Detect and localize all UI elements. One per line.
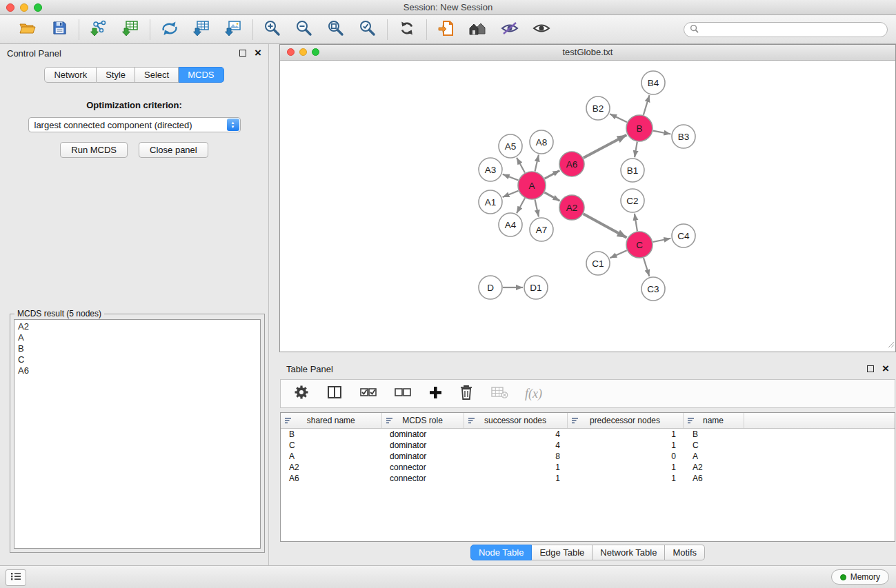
refresh-button[interactable] [397,19,417,40]
resize-handle-icon[interactable] [886,338,895,351]
table-cell[interactable]: 1 [567,440,683,451]
graph-edge-A-A5[interactable] [517,158,525,173]
graph-node-D1[interactable]: D1 [524,276,548,299]
mcds-result-list[interactable]: A2ABCA6 [14,319,261,549]
graph-edge-A-A6[interactable] [545,170,560,179]
memory-button[interactable]: Memory [831,569,889,585]
mcds-result-item[interactable]: A2 [18,321,257,332]
graph-edge-C-C2[interactable] [635,214,637,231]
tab-select[interactable]: Select [135,67,179,83]
table-cell[interactable]: B [281,429,381,440]
mcds-result-item[interactable]: C [18,354,257,365]
graph-edge-A-A3[interactable] [503,174,519,181]
graph-node-B1[interactable]: B1 [621,159,644,182]
graph-node-A2[interactable]: A2 [559,195,584,220]
dropdown-stepper[interactable]: ▲ ▼ [227,119,239,131]
column-header-predecessor-nodes[interactable]: predecessor nodes [567,413,683,429]
table-cell[interactable]: C [683,440,744,451]
table-cell[interactable]: dominator [381,429,464,440]
delete-column-button[interactable] [459,384,474,403]
graph-node-B2[interactable]: B2 [586,97,610,120]
table-cell[interactable]: 1 [464,462,567,473]
delete-table-button[interactable] [490,385,508,402]
table-row[interactable]: Adominator80A [281,451,895,462]
table-row[interactable]: A6connector11A6 [281,473,895,484]
graph-edge-A-A1[interactable] [503,191,519,197]
deselect-all-button[interactable] [394,385,412,402]
table-cell[interactable]: A [683,451,744,462]
zoom-in-button[interactable] [262,19,283,40]
table-cell[interactable]: 1 [567,429,683,440]
select-all-button[interactable] [359,385,377,402]
search-input[interactable] [702,24,882,35]
create-column-button[interactable] [428,385,442,402]
function-builder-button[interactable]: f(x) [525,387,542,401]
graph-node-A6[interactable]: A6 [559,152,584,176]
hide-details-button[interactable] [499,19,520,40]
graph-node-A3[interactable]: A3 [479,158,502,181]
table-cell[interactable]: dominator [381,440,464,451]
graph-edge-A-A4[interactable] [517,198,525,213]
mcds-result-item[interactable]: A6 [18,365,257,376]
graph-node-A4[interactable]: A4 [499,213,522,236]
graph-node-A7[interactable]: A7 [530,218,553,241]
graph-node-C1[interactable]: C1 [586,252,610,275]
run-mcds-button[interactable]: Run MCDS [60,142,128,158]
open-session-button[interactable] [17,19,38,40]
graph-edge-B-B1[interactable] [635,142,637,158]
table-row[interactable]: Bdominator41B [281,429,895,440]
graph-node-B4[interactable]: B4 [641,71,665,94]
table-cell[interactable]: A [281,451,381,462]
new-network-button[interactable] [159,19,180,40]
table-cell[interactable]: dominator [381,451,464,462]
column-header-shared-name[interactable]: shared name [281,413,381,429]
graph-node-C3[interactable]: C3 [641,277,665,301]
optimization-criterion-dropdown[interactable]: largest connected component (directed) ▲… [28,117,241,132]
float-panel-icon[interactable] [239,50,246,57]
table-cell[interactable]: 8 [464,451,567,462]
graph-edge-A6-B[interactable] [584,135,627,158]
graph-edge-A-A7[interactable] [535,200,538,217]
float-table-panel-icon[interactable] [867,365,874,372]
graph-edge-C-C1[interactable] [610,250,626,258]
import-network-button[interactable] [88,19,109,40]
zoom-selected-button[interactable] [357,19,378,40]
tab-node-table[interactable]: Node Table [470,545,532,560]
tab-edge-table[interactable]: Edge Table [532,545,593,560]
graph-node-B[interactable]: B [626,115,653,141]
table-row[interactable]: Cdominator41C [281,440,895,451]
network-window-titlebar[interactable]: testGlobe.txt [280,45,895,61]
table-cell[interactable]: connector [381,473,464,484]
mcds-result-item[interactable]: B [18,343,257,354]
tab-motifs[interactable]: Motifs [665,545,705,560]
graph-edge-B-B2[interactable] [610,114,627,122]
network-canvas[interactable]: B4B2BB3A5A8A6A3B1AA1C2A2A4A7C4CC1C3DD1 [280,60,895,352]
network-snapshot-button[interactable] [436,19,457,40]
show-columns-button[interactable] [326,384,343,403]
import-table-button[interactable] [120,19,141,40]
tab-network[interactable]: Network [44,67,97,83]
graph-node-A[interactable]: A [518,172,546,199]
tab-mcds[interactable]: MCDS [179,67,223,83]
graph-node-C[interactable]: C [626,232,653,258]
table-cell[interactable]: 0 [567,451,683,462]
graph-node-B3[interactable]: B3 [672,125,695,148]
graph-node-D[interactable]: D [479,276,502,299]
save-session-button[interactable] [49,19,70,40]
graph-edge-C-C4[interactable] [653,239,671,242]
table-cell[interactable]: A2 [683,462,744,473]
table-cell[interactable]: B [683,429,744,440]
table-cell[interactable]: 1 [567,462,683,473]
toolbar-search-field[interactable] [684,22,888,37]
table-cell[interactable]: 4 [464,440,567,451]
graph-edge-A-A8[interactable] [535,155,539,172]
table-cell[interactable]: connector [381,462,464,473]
graph-edge-A2-C[interactable] [584,214,627,238]
table-cell[interactable]: 4 [464,429,567,440]
zoom-out-button[interactable] [294,19,315,40]
tab-network-table[interactable]: Network Table [593,545,665,560]
close-panel-icon[interactable]: × [255,48,261,58]
table-cell[interactable]: 1 [464,473,567,484]
graph-edge-B-B3[interactable] [653,131,671,134]
graph-node-A1[interactable]: A1 [479,190,502,214]
